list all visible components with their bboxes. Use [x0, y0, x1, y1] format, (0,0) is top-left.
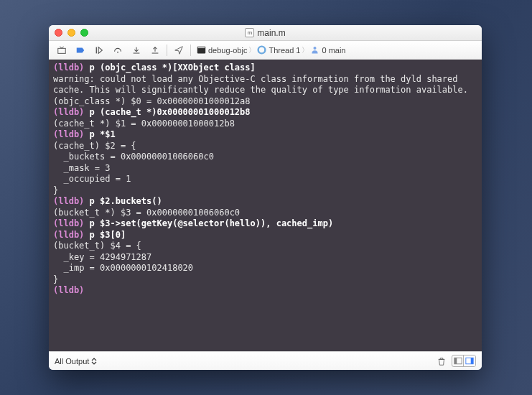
lldb-output: (cache_t) $2 = { — [53, 141, 136, 151]
lldb-prompt: (lldb) — [53, 218, 90, 228]
left-pane-icon — [454, 357, 462, 365]
lldb-output: } — [53, 274, 58, 284]
console-output-line: (objc_class *) $0 = 0x00000001000012a8 — [53, 96, 477, 108]
window-title-text: main.m — [257, 28, 285, 38]
clear-console-button[interactable] — [436, 356, 447, 367]
trash-icon — [437, 356, 447, 366]
lldb-output: (objc_class *) $0 = 0x00000001000012a8 — [53, 96, 251, 106]
console-output-line: warning: could not load any Objective-C … — [53, 74, 477, 96]
xcode-debugger-window: m main.m — [49, 25, 482, 370]
debug-toolbar: debug-objc 〉 Thread 1 〉 0 main — [49, 41, 482, 60]
svg-point-8 — [314, 47, 317, 50]
breadcrumb-target[interactable]: debug-objc — [197, 45, 247, 55]
output-filter-selector[interactable]: All Output — [55, 357, 97, 366]
breadcrumb-frame[interactable]: 0 main — [310, 45, 345, 55]
titlebar: m main.m — [49, 25, 482, 41]
console-output-line: _mask = 3 — [53, 163, 477, 175]
debug-location-button[interactable] — [170, 43, 187, 57]
chevron-right-icon: 〉 — [302, 45, 309, 55]
console-output-line: (bucket_t *) $3 = 0x00000001006060c0 — [53, 208, 477, 219]
toggle-debug-area-button[interactable] — [53, 43, 70, 57]
lldb-output: _mask = 3 — [53, 163, 110, 173]
breadcrumb-frame-label: 0 main — [322, 46, 345, 55]
thread-icon — [257, 45, 266, 55]
lldb-output: _key = 4294971287 — [53, 252, 151, 262]
zoom-window-button[interactable] — [80, 29, 88, 37]
window-title: m main.m — [49, 28, 482, 38]
console-output-line: _occupied = 1 — [53, 174, 477, 185]
output-filter-label: All Output — [55, 357, 89, 366]
console-bottom-bar: All Output — [49, 351, 482, 370]
lldb-output: (bucket_t) $4 = { — [53, 241, 141, 251]
lldb-prompt: (lldb) — [53, 129, 90, 139]
step-into-button[interactable] — [128, 43, 145, 57]
lldb-prompt: (lldb) — [53, 107, 90, 117]
lldb-command: p *$1 — [90, 129, 116, 139]
console-output-line: _buckets = 0x00000001006060c0 — [53, 152, 477, 163]
breadcrumb-thread[interactable]: Thread 1 — [257, 45, 300, 55]
svg-point-2 — [117, 51, 118, 52]
step-over-button[interactable] — [109, 43, 126, 57]
lldb-output: _imp = 0x0000000102418020 — [53, 263, 193, 273]
svg-rect-1 — [96, 47, 97, 53]
lldb-output: _buckets = 0x00000001006060c0 — [53, 152, 214, 162]
toggle-breakpoints-button[interactable] — [72, 43, 89, 57]
lldb-output: (bucket_t *) $3 = 0x00000001006060c0 — [53, 208, 240, 218]
lldb-output: } — [53, 185, 58, 195]
console-output-line: } — [53, 274, 477, 286]
breadcrumb-thread-label: Thread 1 — [269, 46, 300, 55]
console-output-line: _imp = 0x0000000102418020 — [53, 263, 477, 274]
minimize-window-button[interactable] — [67, 29, 75, 37]
lldb-output: warning: could not load any Objective-C … — [53, 74, 468, 96]
debug-breadcrumb: debug-objc 〉 Thread 1 〉 0 main — [197, 45, 346, 55]
lldb-prompt: (lldb) — [53, 230, 90, 240]
console-command-line: (lldb) — [53, 285, 477, 297]
lldb-command: p $3[0] — [90, 230, 126, 240]
console-command-line: (lldb) p *$1 — [53, 129, 477, 141]
svg-rect-3 — [134, 52, 140, 53]
svg-rect-12 — [471, 358, 473, 364]
show-console-pane-button[interactable] — [464, 356, 475, 366]
close-window-button[interactable] — [55, 29, 62, 37]
lldb-prompt: (lldb) — [53, 62, 90, 73]
terminal-icon — [197, 45, 206, 55]
svg-rect-4 — [152, 52, 159, 53]
lldb-command: p (cache_t *)0x00000001000012b8 — [90, 107, 251, 117]
frame-icon — [310, 45, 319, 55]
console-output-line: (cache_t) $2 = { — [53, 141, 477, 152]
console-output-line: (bucket_t) $4 = { — [53, 241, 477, 252]
svg-point-7 — [258, 47, 266, 54]
console-output-line: _key = 4294971287 — [53, 252, 477, 264]
continue-button[interactable] — [90, 43, 108, 57]
svg-rect-0 — [58, 48, 66, 53]
lldb-output: _occupied = 1 — [53, 174, 131, 184]
updown-icon — [91, 358, 97, 365]
chevron-right-icon: 〉 — [248, 45, 256, 55]
step-out-button[interactable] — [146, 43, 164, 57]
right-pane-icon — [465, 357, 474, 365]
file-icon: m — [245, 28, 254, 37]
svg-rect-10 — [454, 358, 456, 364]
console-layout-toggle — [452, 355, 476, 367]
lldb-command: p $3->set(getKey(@selector(hello)), cach… — [90, 218, 334, 228]
lldb-command: p $2.buckets() — [90, 196, 162, 206]
console-output-line: (cache_t *) $1 = 0x00000001000012b8 — [53, 118, 477, 130]
breadcrumb-target-label: debug-objc — [208, 46, 247, 55]
lldb-console[interactable]: (lldb) p (objc_class *)[XXObject class]w… — [49, 60, 482, 351]
console-command-line: (lldb) p (objc_class *)[XXObject class] — [53, 62, 477, 74]
lldb-prompt: (lldb) — [53, 285, 90, 295]
console-output-line: } — [53, 185, 477, 197]
show-variables-pane-button[interactable] — [452, 356, 464, 366]
svg-rect-6 — [198, 47, 205, 48]
lldb-command: p (objc_class *)[XXObject class] — [90, 62, 256, 73]
console-command-line: (lldb) p $3->set(getKey(@selector(hello)… — [53, 218, 477, 230]
window-controls — [55, 29, 88, 37]
lldb-output: (cache_t *) $1 = 0x00000001000012b8 — [53, 118, 235, 129]
console-command-line: (lldb) p $3[0] — [53, 230, 477, 241]
lldb-prompt: (lldb) — [53, 196, 90, 206]
toolbar-separator — [190, 45, 191, 56]
console-command-line: (lldb) p $2.buckets() — [53, 196, 477, 208]
toolbar-separator — [167, 45, 167, 56]
console-command-line: (lldb) p (cache_t *)0x00000001000012b8 — [53, 107, 477, 118]
